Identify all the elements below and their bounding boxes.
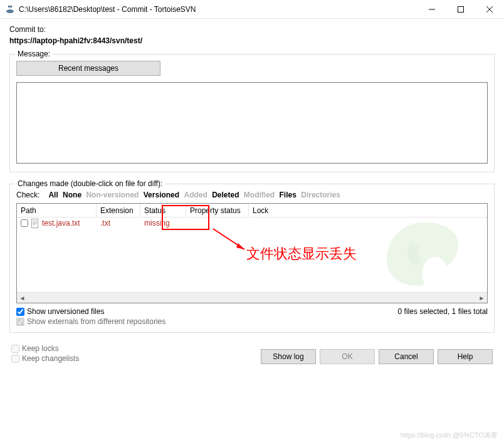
file-list-header: Path Extension Status Property status Lo… [17,204,487,217]
recent-messages-button[interactable]: Recent messages [16,61,160,76]
show-log-button[interactable]: Show log [261,349,316,364]
watermark: https://blog.csdn.@5%CTO涛客 [401,431,498,440]
message-group: Message: Recent messages [9,54,495,172]
filter-added[interactable]: Added [184,191,207,199]
filter-deleted[interactable]: Deleted [212,191,239,199]
cancel-button[interactable]: Cancel [379,349,434,364]
commit-url: https://laptop-hpahi2fv:8443/svn/test/ [9,36,495,45]
table-row[interactable]: test.java.txt .txt missing [17,217,487,229]
app-icon [5,4,15,14]
check-filter-row: Check: All None Non-versioned Versioned … [16,191,488,199]
annotation-arrow-icon [210,226,254,257]
commit-to-label: Commit to: [9,25,495,34]
keep-locks-input[interactable] [11,345,19,353]
close-button[interactable] [475,0,504,19]
svg-point-0 [6,9,14,13]
file-status: missing [144,219,170,228]
file-checkbox[interactable] [21,219,28,227]
help-button[interactable]: Help [438,349,493,364]
header-status[interactable]: Status [140,204,186,217]
filter-modified[interactable]: Modified [244,191,275,199]
filter-directories[interactable]: Directories [301,191,340,199]
show-externals-input [16,318,24,326]
scroll-left-icon[interactable]: ◄ [17,293,28,303]
svg-line-12 [213,229,244,249]
filter-nonversioned[interactable]: Non-versioned [86,191,139,199]
keep-locks-checkbox[interactable]: Keep locks [11,344,79,353]
svg-rect-4 [458,7,464,13]
minimize-button[interactable] [417,0,446,19]
commit-message-input[interactable] [16,82,488,164]
horizontal-scrollbar[interactable]: ◄ ► [17,292,487,303]
annotation-text: 文件状态显示丢失 [246,244,357,263]
maximize-button[interactable] [446,0,475,19]
files-count-label: 0 files selected, 1 files total [398,307,488,327]
filter-versioned[interactable]: Versioned [144,191,179,199]
show-unversioned-checkbox[interactable]: Show unversioned files [16,307,165,316]
filter-all[interactable]: All [48,191,58,199]
ok-button: OK [320,349,375,364]
scroll-right-icon[interactable]: ► [476,293,487,303]
show-unversioned-input[interactable] [16,308,24,316]
file-extension: .txt [100,219,110,228]
svg-point-1 [8,6,9,7]
filter-none[interactable]: None [63,191,81,199]
changes-group: Changes made (double-click on file for d… [9,184,495,333]
changes-legend: Changes made (double-click on file for d… [15,179,165,188]
message-legend: Message: [15,50,53,58]
file-list: Path Extension Status Property status Lo… [16,203,488,303]
header-extension[interactable]: Extension [97,204,140,217]
header-lock[interactable]: Lock [249,204,487,217]
keep-changelists-checkbox[interactable]: Keep changelists [11,354,79,363]
header-path[interactable]: Path [17,204,97,217]
check-label: Check: [16,191,39,199]
filter-files[interactable]: Files [280,191,297,199]
file-name: test.java.txt [42,219,80,228]
svg-point-2 [11,6,12,7]
text-file-icon [31,219,39,228]
title-bar: C:\Users\86182\Desktop\test - Commit - T… [0,0,504,19]
window-title: C:\Users\86182\Desktop\test - Commit - T… [19,5,417,14]
svg-marker-13 [236,243,244,249]
header-property-status[interactable]: Property status [186,204,249,217]
show-externals-checkbox: Show externals from different repositori… [16,317,165,326]
keep-changelists-input[interactable] [11,355,19,363]
